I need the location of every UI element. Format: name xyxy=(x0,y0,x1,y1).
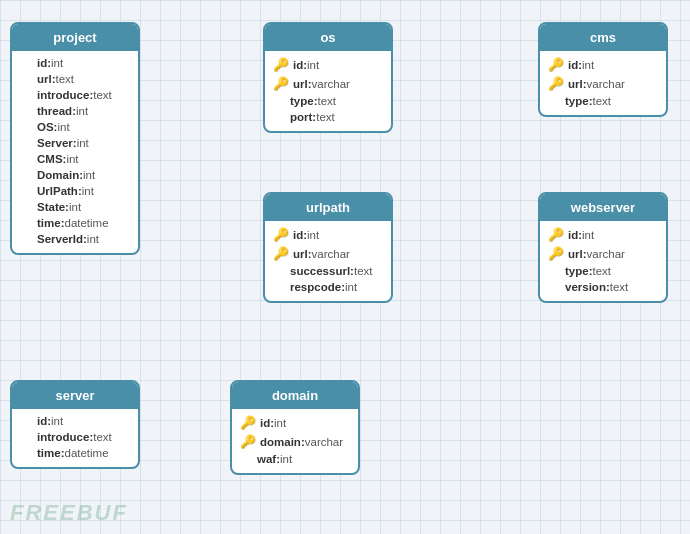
field-type: int xyxy=(51,57,63,69)
table-row: OS: int xyxy=(20,119,130,135)
key-icon: 🔑 xyxy=(273,246,289,261)
field-type: text xyxy=(316,111,335,123)
field-type: varchar xyxy=(305,436,343,448)
table-row: introduce: text xyxy=(20,429,130,445)
table-header-cms: cms xyxy=(540,24,666,51)
table-header-os: os xyxy=(265,24,391,51)
field-name: introduce: xyxy=(37,431,93,443)
table-row: 🔑id: int xyxy=(548,225,658,244)
key-icon: 🔑 xyxy=(240,434,256,449)
field-name: Domain: xyxy=(37,169,83,181)
table-row: id: int xyxy=(20,413,130,429)
field-type: int xyxy=(87,233,99,245)
field-name: url: xyxy=(568,78,587,90)
table-server: serverid: intintroduce: texttime: dateti… xyxy=(10,380,140,469)
field-name: UrlPath: xyxy=(37,185,82,197)
field-name: domain: xyxy=(260,436,305,448)
key-icon: 🔑 xyxy=(273,57,289,72)
table-domain: domain🔑id: int🔑domain: varcharwaf: int xyxy=(230,380,360,475)
field-name: id: xyxy=(568,229,582,241)
table-row: thread: int xyxy=(20,103,130,119)
field-name: time: xyxy=(37,447,64,459)
field-name: url: xyxy=(293,78,312,90)
table-row: id: int xyxy=(20,55,130,71)
table-webserver: webserver🔑id: int🔑url: varchartype: text… xyxy=(538,192,668,303)
field-type: text xyxy=(592,265,611,277)
table-row: 🔑id: int xyxy=(548,55,658,74)
table-body-os: 🔑id: int🔑url: varchartype: textport: tex… xyxy=(265,51,391,131)
field-type: int xyxy=(66,153,78,165)
field-type: int xyxy=(582,229,594,241)
field-name: OS: xyxy=(37,121,57,133)
field-name: id: xyxy=(568,59,582,71)
table-header-project: project xyxy=(12,24,138,51)
field-type: int xyxy=(307,229,319,241)
table-row: time: datetime xyxy=(20,445,130,461)
field-type: datetime xyxy=(64,447,108,459)
table-body-cms: 🔑id: int🔑url: varchartype: text xyxy=(540,51,666,115)
table-row: type: text xyxy=(548,93,658,109)
field-name: type: xyxy=(565,95,592,107)
field-type: varchar xyxy=(312,248,350,260)
table-row: url: text xyxy=(20,71,130,87)
field-name: type: xyxy=(565,265,592,277)
field-type: text xyxy=(93,431,112,443)
field-type: int xyxy=(582,59,594,71)
field-type: int xyxy=(274,417,286,429)
table-header-server: server xyxy=(12,382,138,409)
table-row: version: text xyxy=(548,279,658,295)
field-name: version: xyxy=(565,281,610,293)
field-type: int xyxy=(77,137,89,149)
field-type: int xyxy=(280,453,292,465)
field-name: successurl: xyxy=(290,265,354,277)
table-urlpath: urlpath🔑id: int🔑url: varcharsuccessurl: … xyxy=(263,192,393,303)
key-icon: 🔑 xyxy=(273,76,289,91)
field-type: varchar xyxy=(312,78,350,90)
field-type: text xyxy=(592,95,611,107)
field-type: text xyxy=(56,73,75,85)
field-type: text xyxy=(93,89,112,101)
table-body-urlpath: 🔑id: int🔑url: varcharsuccessurl: textres… xyxy=(265,221,391,301)
field-name: url: xyxy=(37,73,56,85)
field-name: url: xyxy=(568,248,587,260)
field-type: int xyxy=(57,121,69,133)
key-icon: 🔑 xyxy=(548,246,564,261)
field-type: int xyxy=(76,105,88,117)
table-row: respcode: int xyxy=(273,279,383,295)
table-row: type: text xyxy=(273,93,383,109)
field-type: text xyxy=(610,281,629,293)
table-row: 🔑id: int xyxy=(240,413,350,432)
field-type: int xyxy=(69,201,81,213)
table-row: waf: int xyxy=(240,451,350,467)
table-row: 🔑url: varchar xyxy=(273,244,383,263)
field-type: text xyxy=(317,95,336,107)
table-row: CMS: int xyxy=(20,151,130,167)
table-row: time: datetime xyxy=(20,215,130,231)
table-header-domain: domain xyxy=(232,382,358,409)
field-name: State: xyxy=(37,201,69,213)
table-row: type: text xyxy=(548,263,658,279)
field-name: CMS: xyxy=(37,153,66,165)
field-type: varchar xyxy=(587,78,625,90)
field-type: int xyxy=(82,185,94,197)
table-row: 🔑id: int xyxy=(273,55,383,74)
table-row: 🔑id: int xyxy=(273,225,383,244)
table-row: UrlPath: int xyxy=(20,183,130,199)
field-name: Server: xyxy=(37,137,77,149)
table-body-webserver: 🔑id: int🔑url: varchartype: textversion: … xyxy=(540,221,666,301)
field-name: waf: xyxy=(257,453,280,465)
table-cms: cms🔑id: int🔑url: varchartype: text xyxy=(538,22,668,117)
field-type: text xyxy=(354,265,373,277)
table-row: 🔑url: varchar xyxy=(548,244,658,263)
table-row: 🔑url: varchar xyxy=(273,74,383,93)
key-icon: 🔑 xyxy=(240,415,256,430)
table-row: port: text xyxy=(273,109,383,125)
field-name: id: xyxy=(37,57,51,69)
table-row: ServerId: int xyxy=(20,231,130,247)
field-name: id: xyxy=(293,59,307,71)
table-row: introduce: text xyxy=(20,87,130,103)
table-project: projectid: inturl: textintroduce: textth… xyxy=(10,22,140,255)
table-os: os🔑id: int🔑url: varchartype: textport: t… xyxy=(263,22,393,133)
table-header-webserver: webserver xyxy=(540,194,666,221)
field-type: int xyxy=(307,59,319,71)
